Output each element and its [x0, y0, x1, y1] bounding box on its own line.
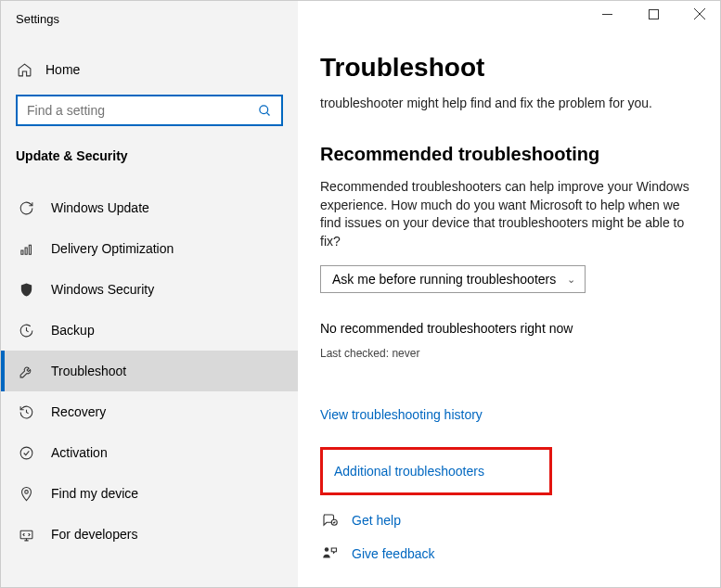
svg-rect-3	[20, 530, 32, 539]
sidebar: Settings Home Update & Security Windows …	[1, 1, 298, 587]
search-input[interactable]	[16, 95, 283, 126]
last-checked-text: Last checked: never	[320, 347, 698, 360]
content-pane: Troubleshoot troubleshooter might help f…	[298, 1, 720, 587]
minimize-button[interactable]	[594, 5, 620, 23]
sidebar-item-windows-security[interactable]: Windows Security	[1, 269, 298, 310]
sidebar-item-troubleshoot[interactable]: Troubleshoot	[1, 351, 298, 391]
maximize-button[interactable]	[640, 5, 666, 23]
chat-icon	[320, 512, 339, 529]
recovery-icon	[18, 403, 34, 420]
sidebar-item-label: Recovery	[51, 404, 106, 419]
get-help-link[interactable]: Get help	[352, 513, 401, 528]
wrench-icon	[18, 363, 34, 379]
feedback-icon	[320, 545, 339, 562]
sync-icon	[18, 199, 34, 216]
intro-text: troubleshooter might help find and fix t…	[320, 96, 698, 110]
get-help-row[interactable]: Get help	[320, 512, 698, 529]
sidebar-item-windows-update[interactable]: Windows Update	[1, 187, 298, 228]
svg-point-0	[260, 105, 268, 113]
chevron-down-icon: ⌄	[567, 274, 575, 286]
give-feedback-row[interactable]: Give feedback	[320, 545, 698, 562]
window-title: Settings	[1, 1, 298, 33]
sidebar-item-label: Activation	[51, 445, 108, 460]
sidebar-item-find-my-device[interactable]: Find my device	[1, 473, 298, 514]
svg-point-1	[20, 447, 32, 459]
give-feedback-link[interactable]: Give feedback	[352, 546, 435, 561]
sidebar-item-label: Backup	[51, 323, 95, 338]
home-icon	[16, 61, 32, 78]
search-field[interactable]	[27, 103, 258, 118]
shield-icon	[18, 281, 34, 298]
svg-rect-4	[649, 9, 658, 19]
backup-icon	[18, 322, 34, 339]
view-history-link[interactable]: View troubleshooting history	[320, 407, 483, 422]
additional-troubleshooters-link[interactable]: Additional troubleshooters	[334, 464, 484, 479]
svg-point-6	[325, 548, 329, 553]
close-button[interactable]	[687, 5, 713, 23]
location-icon	[18, 485, 34, 502]
troubleshooter-preference-dropdown[interactable]: Ask me before running troubleshooters ⌄	[320, 265, 586, 293]
sidebar-item-label: Find my device	[51, 486, 138, 501]
sidebar-item-label: Delivery Optimization	[51, 241, 174, 256]
dropdown-value: Ask me before running troubleshooters	[332, 272, 556, 287]
nav-list: Windows Update Delivery Optimization Win…	[1, 187, 298, 555]
sidebar-item-label: Windows Update	[51, 200, 149, 215]
window-controls	[594, 5, 713, 23]
recommended-heading: Recommended troubleshooting	[320, 144, 698, 165]
developer-icon	[18, 526, 34, 543]
recommended-body: Recommended troubleshooters can help imp…	[320, 178, 698, 250]
sidebar-item-recovery[interactable]: Recovery	[1, 391, 298, 432]
sidebar-item-label: For developers	[51, 527, 137, 542]
sidebar-item-label: Windows Security	[51, 282, 154, 297]
sidebar-item-label: Troubleshoot	[51, 364, 126, 378]
check-icon	[18, 444, 34, 461]
search-icon	[258, 104, 272, 118]
section-title: Update & Security	[1, 139, 298, 176]
sidebar-item-backup[interactable]: Backup	[1, 310, 298, 351]
additional-troubleshooters-highlight: Additional troubleshooters	[320, 447, 552, 495]
status-text: No recommended troubleshooters right now	[320, 321, 698, 336]
svg-point-2	[24, 490, 28, 493]
sidebar-item-for-developers[interactable]: For developers	[1, 514, 298, 555]
home-button[interactable]: Home	[1, 52, 298, 87]
delivery-icon	[18, 240, 34, 257]
page-title: Troubleshoot	[320, 53, 698, 83]
sidebar-item-activation[interactable]: Activation	[1, 432, 298, 473]
home-label: Home	[45, 62, 80, 77]
sidebar-item-delivery-optimization[interactable]: Delivery Optimization	[1, 228, 298, 269]
